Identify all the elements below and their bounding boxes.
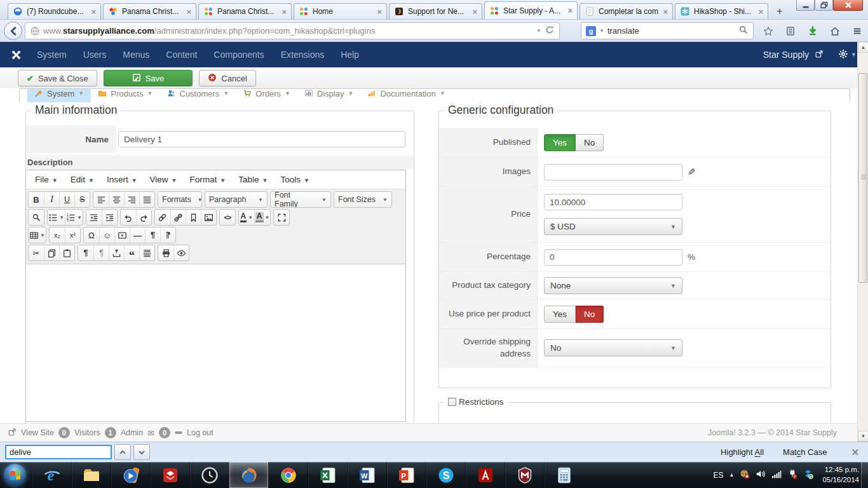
template-button[interactable] — [109, 245, 124, 261]
cut-button[interactable]: ✂ — [29, 245, 44, 261]
formats-dropdown[interactable]: Formats▼ — [158, 192, 201, 207]
downloads-button[interactable] — [803, 22, 822, 40]
print-button[interactable] — [158, 245, 173, 261]
hikashop-menu-system[interactable]: System▼ — [27, 88, 91, 102]
paragraph-dropdown[interactable]: Paragraph▼ — [205, 192, 267, 207]
rtl-button[interactable]: ¶ — [160, 227, 175, 243]
show-desktop-button[interactable] — [861, 462, 868, 488]
taskbar-firefox-button[interactable] — [229, 462, 268, 488]
preview-button[interactable] — [173, 245, 189, 261]
tray-volume-button[interactable] — [756, 469, 766, 482]
product-tax-category-select[interactable]: None▼ — [544, 277, 682, 294]
fullscreen-button[interactable] — [274, 210, 289, 225]
font-sizes-dropdown[interactable]: Font Sizes▼ — [334, 192, 391, 207]
hikashop-menu-documentation[interactable]: Documentation▼ — [360, 88, 452, 102]
override-shipping-address-select[interactable]: No▼ — [544, 339, 682, 356]
tray-signal-button[interactable] — [771, 469, 782, 482]
browser-tab[interactable]: Panama Christ...× — [103, 3, 196, 19]
joomla-menu-extensions[interactable]: Extensions — [273, 42, 332, 67]
background-color-button[interactable]: A▼ — [254, 210, 271, 225]
editor-menu-format[interactable]: Format▼ — [184, 172, 233, 187]
tab-close-icon[interactable]: × — [663, 7, 668, 17]
search-icon[interactable] — [738, 25, 749, 37]
browser-tab[interactable]: Home× — [294, 3, 387, 19]
image-button[interactable] — [201, 210, 216, 225]
scrollbar-thumb[interactable] — [858, 73, 867, 283]
ltr-button[interactable]: ¶ — [145, 227, 160, 243]
search-engine-caret-icon[interactable]: ▼ — [599, 28, 604, 34]
taskbar-chrome-button[interactable] — [268, 462, 308, 488]
find-close-icon[interactable]: ✕ — [851, 447, 859, 458]
redo-button[interactable] — [136, 210, 151, 225]
tray-network-error-button[interactable] — [740, 469, 750, 482]
urlbar-dropdown-icon[interactable]: ▼ — [536, 28, 541, 34]
unlink-button[interactable] — [170, 210, 186, 225]
browser-tab[interactable]: Star Supply - A...× — [484, 1, 578, 19]
editor-menu-insert[interactable]: Insert▼ — [100, 172, 144, 187]
editor-text-area[interactable] — [26, 264, 405, 421]
underline-button[interactable]: U — [59, 192, 74, 207]
name-input[interactable] — [118, 131, 405, 147]
home-button[interactable] — [825, 22, 844, 40]
emoticons-button[interactable]: ☺ — [99, 227, 114, 243]
tab-close-icon[interactable]: × — [472, 7, 477, 17]
undo-button[interactable] — [121, 210, 136, 225]
paragraph-marks-button[interactable]: ¶ — [78, 245, 93, 261]
tab-close-icon[interactable]: × — [377, 7, 382, 17]
taskbar-ie-button[interactable]: e — [32, 462, 71, 488]
joomla-menu-content[interactable]: Content — [158, 42, 205, 67]
match-case-button[interactable]: Match Case — [783, 447, 827, 457]
horizontal-rule-button[interactable]: — — [130, 227, 145, 243]
taskbar-redstack-button[interactable] — [150, 462, 189, 488]
hikashop-menu-customers[interactable]: Customers▼ — [160, 88, 236, 102]
numbered-list-button[interactable]: 123▼ — [65, 210, 83, 225]
align-justify-button[interactable] — [139, 192, 154, 207]
editor-menu-edit[interactable]: Edit▼ — [64, 172, 100, 187]
reload-icon[interactable] — [545, 25, 555, 37]
cancel-button[interactable]: Cancel — [199, 70, 255, 86]
use-price-per-product-option-no[interactable]: No — [576, 306, 604, 323]
tab-close-icon[interactable]: × — [567, 6, 573, 15]
language-indicator[interactable]: ES — [714, 471, 724, 480]
editor-menu-tools[interactable]: Tools▼ — [274, 172, 315, 187]
joomla-menu-users[interactable]: Users — [75, 42, 115, 67]
minimize-button[interactable] — [796, 0, 815, 11]
view-site-link[interactable]: View Site — [21, 428, 54, 437]
save-close-button[interactable]: ✔Save & Close — [18, 70, 97, 86]
taskbar-calculator-button[interactable] — [544, 462, 583, 488]
images-input[interactable] — [544, 164, 682, 180]
joomla-menu-help[interactable]: Help — [332, 42, 367, 67]
tab-close-icon[interactable]: × — [91, 7, 96, 17]
tab-close-icon[interactable]: × — [186, 7, 191, 17]
scroll-up-arrow[interactable]: ▲ — [858, 42, 868, 53]
taskbar-skype-button[interactable]: S — [426, 462, 465, 488]
copy-button[interactable] — [44, 245, 59, 261]
scrollbar[interactable]: ▲ ▼ — [857, 42, 868, 442]
url-bar[interactable]: www.starsupplyalliance.com/administrator… — [25, 22, 560, 39]
joomla-menu-menus[interactable]: Menus — [114, 42, 158, 67]
taskbar-clock[interactable]: 12:45 p.m. 05/16/2014 — [822, 465, 859, 485]
taskbar-clock-button[interactable] — [189, 462, 229, 488]
tab-close-icon[interactable]: × — [758, 7, 763, 17]
highlight-all-button[interactable]: Highlight All — [721, 447, 764, 457]
anchor-button[interactable] — [186, 210, 201, 225]
site-name-link[interactable]: Star Supply — [763, 50, 809, 60]
page-break-button[interactable] — [139, 245, 154, 261]
subscript-button[interactable]: x₂ — [50, 227, 65, 243]
price-input[interactable] — [544, 194, 682, 210]
joomla-menu-system[interactable]: System — [29, 42, 75, 67]
new-tab-button[interactable]: + — [771, 4, 789, 19]
editor-menu-table[interactable]: Table▼ — [232, 172, 274, 187]
source-code-button[interactable]: <> — [220, 210, 235, 225]
browser-tab[interactable]: Panama Christ...× — [198, 3, 292, 19]
link-button[interactable] — [155, 210, 170, 225]
taskbar-mcafee-button[interactable] — [505, 462, 544, 488]
search-bar[interactable]: g ▼ translate — [581, 22, 754, 39]
italic-button[interactable]: I — [44, 192, 59, 207]
taskbar-word-button[interactable]: W — [347, 462, 386, 488]
blockquote-button[interactable]: “ — [124, 245, 139, 261]
taskbar-excel-button[interactable] — [308, 462, 347, 488]
admin-settings-button[interactable]: ▼ — [838, 49, 857, 61]
taskbar-explorer-button[interactable] — [71, 462, 111, 488]
tray-power-alert-button[interactable] — [787, 469, 797, 482]
